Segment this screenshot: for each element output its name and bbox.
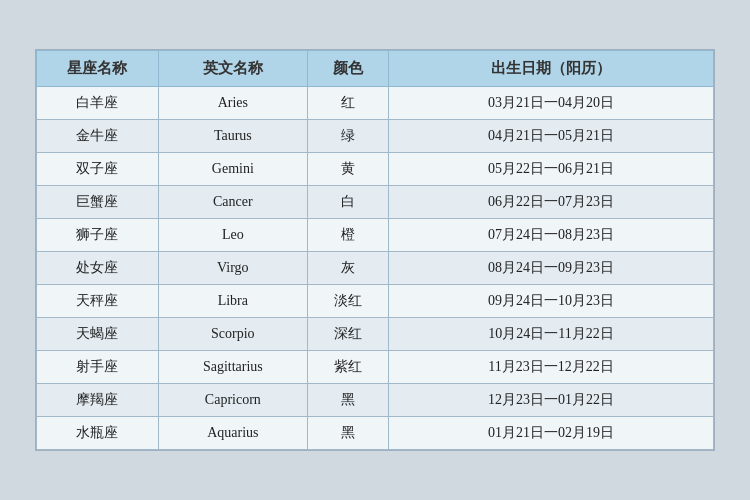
header-chinese: 星座名称 <box>37 51 159 87</box>
cell-english: Libra <box>158 285 307 318</box>
cell-chinese: 天蝎座 <box>37 318 159 351</box>
header-color: 颜色 <box>307 51 388 87</box>
cell-color: 红 <box>307 87 388 120</box>
header-english: 英文名称 <box>158 51 307 87</box>
cell-date: 07月24日一08月23日 <box>389 219 714 252</box>
table-row: 金牛座Taurus绿04月21日一05月21日 <box>37 120 714 153</box>
cell-color: 绿 <box>307 120 388 153</box>
cell-chinese: 双子座 <box>37 153 159 186</box>
cell-color: 灰 <box>307 252 388 285</box>
cell-english: Sagittarius <box>158 351 307 384</box>
zodiac-table: 星座名称 英文名称 颜色 出生日期（阳历） 白羊座Aries红03月21日一04… <box>36 50 714 450</box>
cell-english: Scorpio <box>158 318 307 351</box>
cell-chinese: 巨蟹座 <box>37 186 159 219</box>
cell-english: Gemini <box>158 153 307 186</box>
cell-english: Virgo <box>158 252 307 285</box>
zodiac-table-container: 星座名称 英文名称 颜色 出生日期（阳历） 白羊座Aries红03月21日一04… <box>35 49 715 451</box>
cell-date: 01月21日一02月19日 <box>389 417 714 450</box>
cell-color: 橙 <box>307 219 388 252</box>
table-row: 水瓶座Aquarius黑01月21日一02月19日 <box>37 417 714 450</box>
cell-english: Aquarius <box>158 417 307 450</box>
table-row: 双子座Gemini黄05月22日一06月21日 <box>37 153 714 186</box>
cell-chinese: 射手座 <box>37 351 159 384</box>
cell-color: 黄 <box>307 153 388 186</box>
cell-date: 05月22日一06月21日 <box>389 153 714 186</box>
cell-date: 09月24日一10月23日 <box>389 285 714 318</box>
cell-date: 04月21日一05月21日 <box>389 120 714 153</box>
table-row: 处女座Virgo灰08月24日一09月23日 <box>37 252 714 285</box>
cell-color: 白 <box>307 186 388 219</box>
cell-date: 12月23日一01月22日 <box>389 384 714 417</box>
cell-color: 黑 <box>307 384 388 417</box>
table-row: 白羊座Aries红03月21日一04月20日 <box>37 87 714 120</box>
table-row: 天蝎座Scorpio深红10月24日一11月22日 <box>37 318 714 351</box>
cell-chinese: 水瓶座 <box>37 417 159 450</box>
table-row: 摩羯座Capricorn黑12月23日一01月22日 <box>37 384 714 417</box>
table-header-row: 星座名称 英文名称 颜色 出生日期（阳历） <box>37 51 714 87</box>
cell-color: 黑 <box>307 417 388 450</box>
table-body: 白羊座Aries红03月21日一04月20日金牛座Taurus绿04月21日一0… <box>37 87 714 450</box>
cell-english: Cancer <box>158 186 307 219</box>
cell-date: 06月22日一07月23日 <box>389 186 714 219</box>
cell-date: 03月21日一04月20日 <box>389 87 714 120</box>
cell-color: 紫红 <box>307 351 388 384</box>
cell-english: Taurus <box>158 120 307 153</box>
cell-color: 深红 <box>307 318 388 351</box>
header-date: 出生日期（阳历） <box>389 51 714 87</box>
cell-color: 淡红 <box>307 285 388 318</box>
table-row: 狮子座Leo橙07月24日一08月23日 <box>37 219 714 252</box>
cell-chinese: 摩羯座 <box>37 384 159 417</box>
cell-english: Capricorn <box>158 384 307 417</box>
cell-date: 10月24日一11月22日 <box>389 318 714 351</box>
cell-date: 11月23日一12月22日 <box>389 351 714 384</box>
cell-chinese: 白羊座 <box>37 87 159 120</box>
cell-chinese: 金牛座 <box>37 120 159 153</box>
table-row: 射手座Sagittarius紫红11月23日一12月22日 <box>37 351 714 384</box>
cell-english: Aries <box>158 87 307 120</box>
table-row: 天秤座Libra淡红09月24日一10月23日 <box>37 285 714 318</box>
table-row: 巨蟹座Cancer白06月22日一07月23日 <box>37 186 714 219</box>
cell-english: Leo <box>158 219 307 252</box>
cell-date: 08月24日一09月23日 <box>389 252 714 285</box>
cell-chinese: 处女座 <box>37 252 159 285</box>
cell-chinese: 狮子座 <box>37 219 159 252</box>
cell-chinese: 天秤座 <box>37 285 159 318</box>
